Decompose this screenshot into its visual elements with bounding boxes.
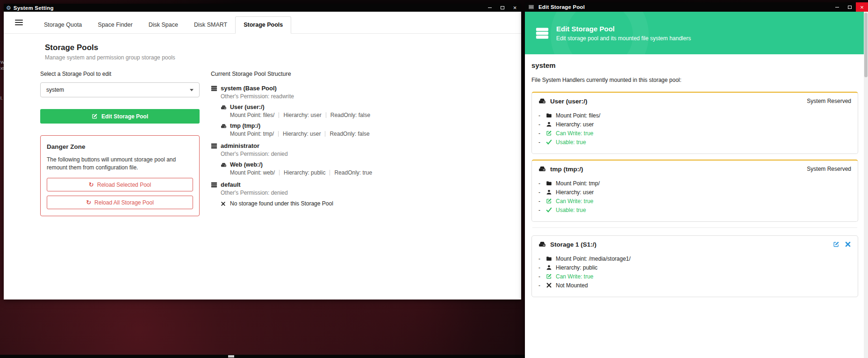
edit-storage-pool-button[interactable]: Edit Storage Pool [40,109,200,124]
storage-node: User (user:/) Mount Point: files/ Hierar… [221,104,501,118]
bullet: - [538,180,546,187]
hdd-icon [538,165,546,173]
system-setting-window: ⚙ System Setting × Storage Quota Space F… [4,4,521,300]
storage-name: User (user:/) [230,104,265,110]
edit-icon [546,273,552,279]
storage-mount-point: Mount Point: tmp/ [230,131,274,137]
check-icon [546,139,552,145]
pool-name-heading: system [531,61,858,69]
window-title: Edit Storage Pool [538,4,585,10]
danger-zone-title: Danger Zone [47,143,193,150]
server-icon [535,26,549,40]
tab-space-finder[interactable]: Space Finder [90,17,140,33]
handler-card: User (user:/) System Reserved -Mount Poi… [531,92,858,154]
storage-readonly: ReadOnly: true [334,169,372,176]
handler-can-write: Can Write: true [556,273,593,280]
pool-select-dropdown[interactable]: system [40,82,200,97]
hdd-icon [538,97,546,105]
minimize-button[interactable] [483,4,496,12]
edit-pool-titlebar[interactable]: Edit Storage Pool × [525,2,868,12]
divider [278,131,279,137]
close-button[interactable]: × [509,4,521,12]
maximize-button[interactable] [843,2,856,12]
pool-node: administrator Other's Permission: denied… [211,142,501,176]
handler-hierarchy: Hierarchy: public [556,264,597,271]
reload-selected-pool-button[interactable]: ↻ Reload Selected Pool [47,178,193,191]
close-icon: × [513,5,517,11]
hdd-icon [221,104,227,110]
maximize-button[interactable] [496,4,509,12]
system-setting-titlebar[interactable]: ⚙ System Setting × [4,4,521,12]
page-subtitle: Manage system and permission group stora… [45,54,175,61]
divider [279,170,280,175]
folder-icon [546,112,552,118]
remove-handler-button[interactable] [845,241,851,248]
handler-usable: Usable: true [556,207,586,213]
danger-zone-panel: Danger Zone The following buttons will u… [40,135,200,216]
tab-storage-pools[interactable]: Storage Pools [235,16,291,34]
edit-icon [92,113,98,119]
bullet: - [538,256,546,262]
pool-empty-message: No storage found under this Storage Pool [230,200,333,207]
handler-mount-point: Mount Point: files/ [556,112,600,119]
bullet: - [538,198,546,205]
taskbar-item[interactable] [228,355,234,358]
storage-hierarchy: Hierarchy: public [284,169,325,176]
close-icon: × [860,4,864,10]
bullet: - [538,273,546,280]
check-icon [546,207,552,213]
taskbar[interactable] [0,355,525,358]
handler-name: User (user:/) [550,98,588,105]
bullet: - [538,189,546,196]
bullet: - [538,139,546,146]
storage-node: Web (web:/) Mount Point: web/ Hierarchy:… [221,161,501,176]
danger-zone-description: The following buttons will unmount stora… [47,156,187,171]
pool-permission: Other's Permission: readwrite [221,93,501,100]
pool-permission: Other's Permission: denied [221,151,501,157]
bullet: - [538,121,546,128]
tab-disk-smart[interactable]: Disk SMART [186,17,235,33]
window-controls: × [831,2,868,12]
maximize-icon [848,6,852,9]
bullet: - [538,264,546,271]
handler-usable: Usable: true [556,139,586,146]
handler-card: tmp (tmp:/) System Reserved -Mount Point… [531,160,858,222]
refresh-icon: ↻ [86,199,91,205]
bullet: - [538,207,546,213]
folder-icon [546,180,552,186]
scrollbar-thumb[interactable] [864,13,868,77]
edit-handler-button[interactable] [833,241,839,248]
edit-icon [546,198,552,204]
system-reserved-badge: System Reserved [807,98,851,104]
tab-disk-space[interactable]: Disk Space [141,17,186,33]
storage-node: tmp (tmp:/) Mount Point: tmp/ Hierarchy:… [221,123,501,137]
chevron-down-icon [190,89,194,91]
edit-pool-banner: Edit Storage Pool Edit storage pool and … [525,12,864,54]
minimize-button[interactable] [831,2,843,12]
pool-name: default [221,181,241,188]
user-icon [546,189,552,195]
handler-name: Storage 1 (S1:/) [550,241,596,248]
menu-icon[interactable] [529,4,534,10]
tab-storage-quota[interactable]: Storage Quota [36,17,90,33]
window-title: System Setting [14,5,54,11]
bullet: - [538,282,546,289]
reload-all-pool-button[interactable]: ↻ Reload All Storage Pool [47,196,193,209]
banner-subtitle: Edit storage pool and its mounted file s… [556,35,691,42]
storage-readonly: ReadOnly: false [330,112,370,118]
user-icon [546,264,552,270]
edit-icon [546,130,552,136]
divider [532,227,857,228]
handler-can-write: Can Write: true [556,198,593,205]
menu-icon[interactable] [15,18,23,27]
storage-pools-page: Storage Pools Manage system and permissi… [4,34,521,300]
close-button[interactable]: × [856,2,868,12]
handler-mount-point: Mount Point: /media/storage1/ [556,256,631,262]
window-controls: × [483,4,521,12]
pool-select-label: Select a Storage Pool to edit [40,71,200,77]
user-icon [546,121,552,127]
scrollbar[interactable] [864,12,868,358]
pool-name: system (Base Pool) [221,85,277,92]
banner-title: Edit Storage Pool [556,25,691,33]
handler-hierarchy: Hierarchy: user [556,121,594,128]
